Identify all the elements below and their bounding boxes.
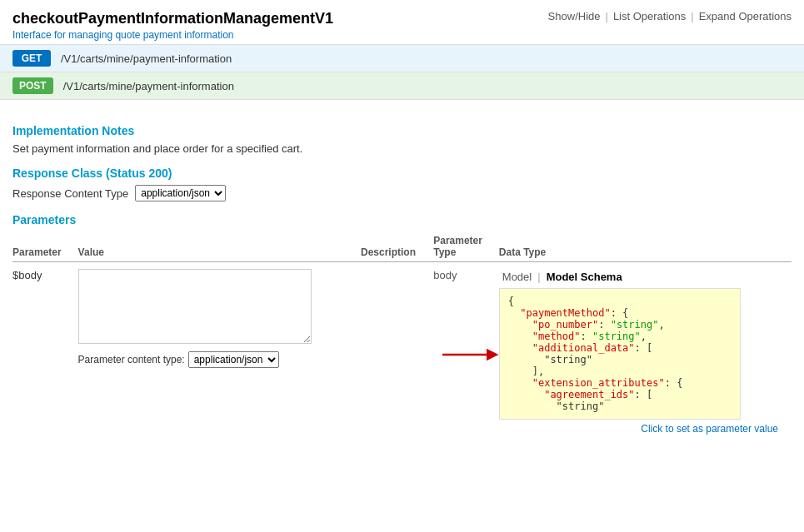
get-method-badge: GET [12, 50, 51, 67]
model-tab-schema[interactable]: Model Schema [543, 269, 626, 285]
param-content-type-label: Parameter content type: [78, 354, 185, 365]
top-nav: Show/Hide | List Operations | Expand Ope… [548, 10, 792, 22]
api-subtitle: Interface for managing quote payment inf… [12, 29, 333, 41]
page-header: checkoutPaymentInformationManagementV1 I… [0, 0, 804, 45]
model-tab-model[interactable]: Model [499, 269, 535, 285]
post-endpoint-path: /V1/carts/mine/payment-information [63, 80, 234, 92]
response-class-heading: Response Class (Status 200) [12, 167, 792, 180]
list-operations-link[interactable]: List Operations [613, 10, 686, 22]
response-content-type-label: Response Content Type [12, 187, 128, 200]
red-arrow-container [441, 346, 499, 363]
expand-operations-link[interactable]: Expand Operations [699, 10, 792, 22]
col-description: Description [361, 231, 433, 262]
schema-wrapper: { "paymentMethod": { "po_number": "strin… [499, 288, 741, 420]
col-parameter: Parameter [12, 231, 78, 262]
show-hide-link[interactable]: Show/Hide [548, 10, 601, 22]
parameters-table: Parameter Value Description ParameterTyp… [12, 231, 792, 445]
sep2: | [691, 10, 693, 22]
col-data-type: Data Type [499, 231, 792, 262]
parameters-heading: Parameters [12, 213, 792, 226]
model-tabs: Model | Model Schema [499, 269, 785, 285]
param-name: $body [12, 262, 78, 445]
get-endpoint-path: /V1/carts/mine/payment-information [61, 52, 232, 65]
col-value: Value [78, 231, 361, 262]
sep1: | [605, 10, 607, 22]
red-arrow-icon [441, 346, 499, 363]
post-endpoint-row[interactable]: POST /V1/carts/mine/payment-information [0, 72, 804, 100]
post-method-badge: POST [12, 77, 53, 94]
param-table-header-row: Parameter Value Description ParameterTyp… [12, 231, 792, 262]
response-content-type-select[interactable]: application/json [135, 185, 226, 201]
param-description [361, 262, 433, 445]
response-content-type-row: Response Content Type application/json [12, 185, 792, 201]
param-value-cell: Parameter content type: application/json [78, 262, 361, 445]
data-type-cell: Model | Model Schema [499, 262, 792, 445]
col-param-type: ParameterType [433, 231, 499, 262]
parameters-section: Parameters Parameter Value Description P… [12, 213, 792, 445]
model-tab-sep: | [537, 271, 540, 283]
schema-box[interactable]: { "paymentMethod": { "po_number": "strin… [499, 288, 741, 420]
click-hint: Click to set as parameter value [499, 420, 785, 438]
schema-area: { "paymentMethod": { "po_number": "strin… [499, 288, 785, 420]
get-endpoint-row[interactable]: GET /V1/carts/mine/payment-information [0, 45, 804, 72]
param-content-type-select[interactable]: application/json [188, 351, 279, 368]
api-title: checkoutPaymentInformationManagementV1 [12, 10, 333, 27]
header-left: checkoutPaymentInformationManagementV1 I… [12, 10, 333, 41]
impl-notes-heading: Implementation Notes [12, 124, 792, 137]
table-row: $body Parameter content type: applicatio… [12, 262, 792, 445]
param-content-type-row: Parameter content type: application/json [78, 351, 354, 368]
operation-detail: Implementation Notes Set payment informa… [0, 100, 804, 453]
impl-notes-text: Set payment information and place order … [12, 142, 792, 155]
param-body-textarea[interactable] [78, 269, 312, 344]
